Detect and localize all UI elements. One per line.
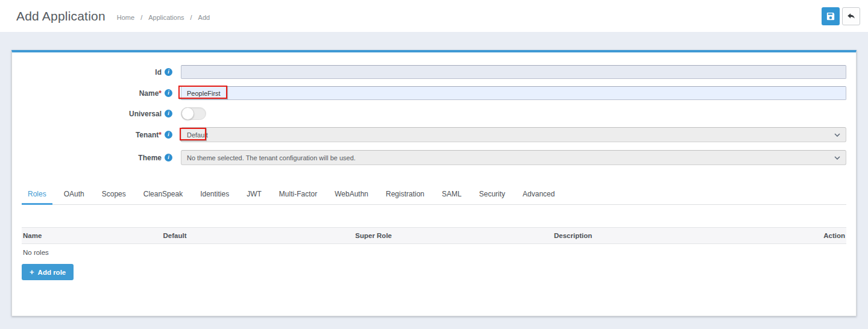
info-icon[interactable]: i xyxy=(165,89,172,97)
tab-cleanspeak[interactable]: CleanSpeak xyxy=(137,185,189,205)
tab-multi-factor[interactable]: Multi-Factor xyxy=(273,185,323,205)
tab-webauthn[interactable]: WebAuthn xyxy=(329,185,374,205)
tab-advanced[interactable]: Advanced xyxy=(517,185,561,205)
add-role-button-label: Add role xyxy=(38,269,66,276)
tab-saml[interactable]: SAML xyxy=(436,185,468,205)
tab-security[interactable]: Security xyxy=(473,185,511,205)
roles-table-header: Name Default Super Role Description Acti… xyxy=(22,227,846,244)
column-action: Action xyxy=(792,232,846,239)
back-button[interactable] xyxy=(842,7,860,25)
id-input[interactable] xyxy=(181,65,846,79)
tab-roles[interactable]: Roles xyxy=(22,185,52,205)
form-row-id: Id i xyxy=(22,65,846,79)
theme-select[interactable]: No theme selected. The tenant configurat… xyxy=(181,150,846,165)
theme-label: Theme i xyxy=(22,154,172,162)
id-label-text: Id xyxy=(155,68,162,77)
add-application-panel: Id i Name* i Universal i Tenant* xyxy=(11,50,857,316)
breadcrumb-separator: / xyxy=(140,14,142,21)
tab-identities[interactable]: Identities xyxy=(194,185,235,205)
chevron-down-icon xyxy=(834,133,840,137)
name-label: Name* i xyxy=(22,89,172,98)
tab-oauth[interactable]: OAuth xyxy=(58,185,90,205)
column-description: Description xyxy=(553,232,792,239)
theme-label-text: Theme xyxy=(138,154,162,162)
theme-select-value: No theme selected. The tenant configurat… xyxy=(187,154,356,161)
column-name: Name xyxy=(22,232,162,239)
form-row-tenant: Tenant* i Default xyxy=(22,127,846,142)
universal-label-text: Universal xyxy=(129,110,162,118)
breadcrumb-applications[interactable]: Applications xyxy=(148,14,184,21)
info-icon[interactable]: i xyxy=(165,110,172,118)
toolbar-actions xyxy=(822,7,860,25)
column-super-role: Super Role xyxy=(354,232,553,239)
floppy-disk-icon xyxy=(826,12,835,20)
tenant-label-text: Tenant* xyxy=(136,131,162,139)
breadcrumb: Home / Applications / Add xyxy=(114,14,213,21)
undo-arrow-icon xyxy=(846,11,856,21)
name-label-text: Name* xyxy=(139,89,162,98)
roles-table: Name Default Super Role Description Acti… xyxy=(22,227,846,280)
tenant-select[interactable]: Default xyxy=(181,127,846,142)
page-header: Add Application Home / Applications / Ad… xyxy=(0,0,868,32)
toggle-knob xyxy=(181,107,194,120)
id-label: Id i xyxy=(22,68,172,77)
chevron-down-icon xyxy=(834,156,840,160)
breadcrumb-home[interactable]: Home xyxy=(117,14,134,21)
universal-toggle[interactable] xyxy=(181,107,206,120)
tenant-label: Tenant* i xyxy=(22,131,172,139)
page-title: Add Application xyxy=(16,9,105,24)
save-button[interactable] xyxy=(822,7,840,25)
add-role-button[interactable]: + Add role xyxy=(22,264,74,280)
empty-roles-message: No roles xyxy=(22,244,846,256)
breadcrumb-separator: / xyxy=(190,14,192,21)
column-default: Default xyxy=(162,232,354,239)
tenant-select-value: Default xyxy=(187,131,208,139)
breadcrumb-add: Add xyxy=(198,14,210,21)
form-row-theme: Theme i No theme selected. The tenant co… xyxy=(22,150,846,165)
tab-registration[interactable]: Registration xyxy=(380,185,430,205)
form-row-universal: Universal i xyxy=(22,107,846,120)
info-icon[interactable]: i xyxy=(165,154,172,161)
name-input[interactable] xyxy=(181,86,846,100)
tab-scopes[interactable]: Scopes xyxy=(96,185,132,205)
tab-jwt[interactable]: JWT xyxy=(241,185,268,205)
form-row-name: Name* i xyxy=(22,86,846,100)
application-tabs: Roles OAuth Scopes CleanSpeak Identities… xyxy=(22,185,846,205)
info-icon[interactable]: i xyxy=(165,68,172,76)
universal-label: Universal i xyxy=(22,110,172,118)
plus-icon: + xyxy=(30,268,34,276)
info-icon[interactable]: i xyxy=(165,131,172,139)
